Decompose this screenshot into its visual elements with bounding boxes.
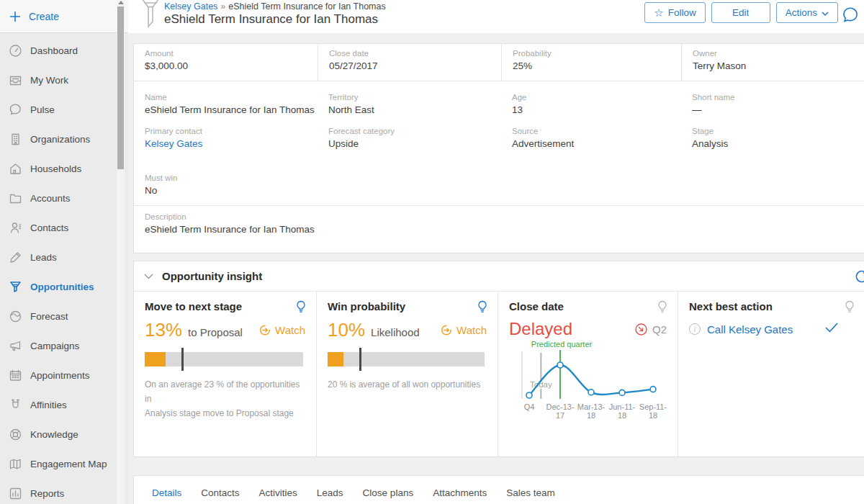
sidebar-item-households[interactable]: Households	[0, 154, 128, 184]
field-probability: Probability 25%	[501, 44, 681, 81]
svg-text:Sep-11-: Sep-11-	[639, 402, 667, 411]
tab-activities[interactable]: Activities	[259, 487, 297, 504]
info-icon[interactable]: i	[689, 323, 701, 335]
star-icon: ☆	[654, 7, 663, 18]
leads-icon	[9, 251, 22, 264]
engagement-map-icon	[9, 457, 22, 471]
complete-check-icon[interactable]	[825, 323, 838, 336]
svg-text:Dec-13-: Dec-13-	[546, 402, 574, 411]
collapse-chevron-icon[interactable]	[144, 274, 153, 279]
knowledge-icon	[9, 428, 22, 441]
svg-text:18: 18	[649, 411, 657, 420]
insight-card-close-date: Close date Delayed Q2 TodayPredicted qua…	[498, 292, 678, 457]
reports-icon	[9, 487, 22, 500]
follow-button[interactable]: ☆ Follow	[644, 2, 705, 23]
sidebar-item-leads[interactable]: Leads	[0, 243, 128, 272]
stage-progress-bar	[145, 352, 303, 366]
watch-button[interactable]: Watch	[259, 324, 305, 336]
organizations-icon	[9, 132, 22, 146]
create-button[interactable]: Create	[0, 0, 128, 33]
sidebar-item-affinities[interactable]: Affinities	[0, 390, 128, 420]
field-description: Description eShield Term Insurance for I…	[134, 206, 864, 235]
close-date-chart: TodayPredicted quarterQ4Dec-13-17Mar-13-…	[509, 341, 673, 422]
edit-button[interactable]: Edit	[711, 2, 770, 23]
tab-sales-team[interactable]: Sales team	[506, 487, 555, 504]
delayed-icon	[634, 323, 648, 336]
sidebar-item-forecast[interactable]: Forecast	[0, 302, 128, 331]
sidebar-item-my-work[interactable]: My Work	[0, 66, 128, 95]
plus-icon	[9, 10, 22, 23]
progress-fill	[328, 352, 343, 366]
svg-text:18: 18	[618, 411, 626, 420]
lightbulb-icon	[295, 300, 307, 316]
sidebar-item-opportunities[interactable]: Opportunities	[0, 272, 128, 302]
insight-card-move-to-next-stage: Move to next stage 13% to Proposal Watch…	[134, 292, 316, 457]
sidebar-item-contacts[interactable]: Contacts	[0, 213, 128, 243]
refresh-icon[interactable]	[854, 269, 864, 287]
field-source: Source Advertisement	[501, 122, 681, 149]
sidebar-item-organizations[interactable]: Organizations	[0, 125, 128, 154]
tab-details[interactable]: Details	[152, 487, 181, 504]
average-marker	[181, 348, 184, 371]
scrollbar-up-arrow[interactable]	[118, 1, 124, 4]
tab-attachments[interactable]: Attachments	[433, 487, 487, 504]
win-probability-value: 10%	[328, 319, 365, 341]
opportunities-icon	[9, 280, 22, 294]
appointments-icon	[9, 369, 22, 382]
close-date-status: Delayed	[509, 319, 572, 339]
campaigns-icon	[9, 339, 22, 353]
contacts-icon	[9, 221, 22, 235]
average-marker	[359, 348, 361, 371]
chevron-down-icon	[822, 7, 829, 18]
field-amount: Amount $3,000.00	[134, 44, 318, 81]
pulse-icon	[9, 103, 22, 117]
households-icon	[9, 162, 22, 176]
field-primary-contact: Primary contact Kelsey Gates	[134, 122, 318, 149]
sidebar-item-campaigns[interactable]: Campaigns	[0, 331, 128, 361]
sidebar-item-pulse[interactable]: Pulse	[0, 95, 128, 125]
next-action-link[interactable]: Call Kelsey Gates	[707, 323, 793, 336]
tab-close-plans[interactable]: Close plans	[363, 487, 414, 504]
win-progress-bar	[328, 352, 485, 366]
stage-probability-value: 13%	[145, 319, 182, 341]
insight-section-title: Opportunity insight	[162, 270, 262, 282]
sidebar-nav: Dashboard My Work Pulse Organizations Ho…	[0, 33, 128, 504]
sidebar-item-appointments[interactable]: Appointments	[0, 361, 128, 390]
svg-text:18: 18	[587, 411, 595, 420]
chat-bubble-icon[interactable]	[841, 6, 860, 27]
field-age: Age 13	[501, 88, 681, 115]
actions-button[interactable]: Actions	[776, 2, 838, 23]
insight-card-next-best-action: Next best action i Call Kelsey Gates	[678, 292, 864, 457]
insight-card-win-probability: Win probability 10% Likelihood Watch 20 …	[316, 292, 498, 457]
primary-contact-link[interactable]: Kelsey Gates	[145, 138, 310, 149]
field-name: Name eShield Term Insurance for Ian Thom…	[134, 88, 318, 115]
predicted-quarter-value: Q2	[652, 323, 667, 336]
sidebar-item-knowledge[interactable]: Knowledge	[0, 420, 128, 449]
field-forecast-category: Forecast category Upside	[318, 122, 501, 149]
sidebar-item-reports[interactable]: Reports	[0, 479, 128, 504]
field-stage: Stage Analysis	[681, 122, 864, 149]
svg-text:Q4: Q4	[524, 402, 535, 411]
field-must-win: Must win No	[134, 168, 318, 196]
sidebar-item-engagement-map[interactable]: Engagement Map	[0, 449, 128, 479]
accounts-icon	[9, 192, 22, 205]
details-panel: Amount $3,000.00 Close date 05/27/2017 P…	[133, 43, 864, 253]
lightbulb-icon	[844, 300, 855, 316]
sidebar-scrollbar[interactable]	[117, 0, 125, 504]
field-owner: Owner Terry Mason	[681, 44, 864, 81]
scrollbar-thumb[interactable]	[117, 6, 124, 169]
page-title: eShield Term Insurance for Ian Thomas	[164, 12, 378, 27]
watch-button[interactable]: Watch	[441, 324, 487, 336]
breadcrumb-link[interactable]: Kelsey Gates	[164, 1, 217, 12]
sidebar-item-dashboard[interactable]: Dashboard	[0, 36, 128, 66]
tab-leads[interactable]: Leads	[317, 487, 343, 504]
affinities-icon	[9, 398, 22, 412]
svg-text:Jun-11-: Jun-11-	[609, 402, 636, 411]
svg-text:Predicted quarter: Predicted quarter	[531, 341, 593, 348]
watch-icon	[259, 324, 271, 336]
sidebar-item-accounts[interactable]: Accounts	[0, 184, 128, 213]
tab-contacts[interactable]: Contacts	[201, 487, 239, 504]
field-territory: Territory North East	[318, 88, 501, 115]
opportunity-insight-panel: Opportunity insight Move to next stage 1…	[133, 261, 864, 457]
stage-caption: On an average 23 % of the opportunities …	[145, 377, 305, 420]
